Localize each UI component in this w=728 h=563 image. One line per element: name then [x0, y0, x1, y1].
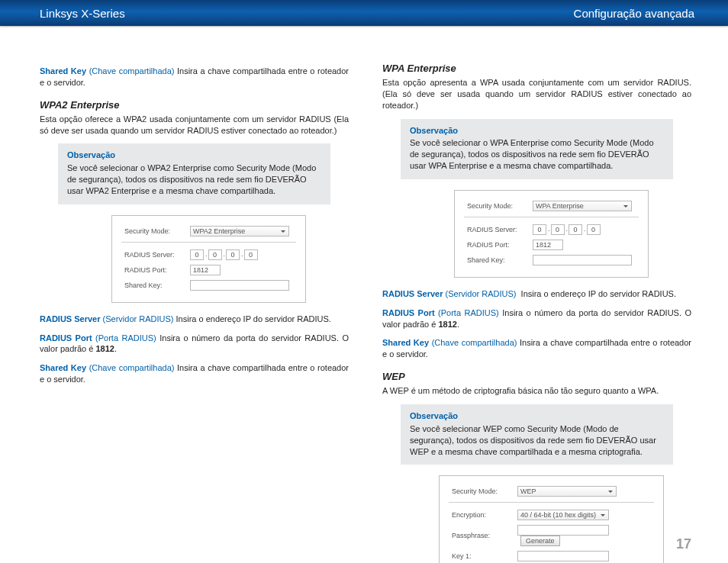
trans-radius-port: (Porta RADIUS) [438, 308, 499, 317]
page-number: 17 [676, 536, 691, 552]
note-title: Observação [410, 410, 664, 422]
left-column: Shared Key (Chave compartilhada) Insira … [40, 63, 349, 563]
note-wpa2e-text: Se você selecionar o WPA2 Enterprise com… [67, 163, 316, 195]
input-shared-key[interactable] [190, 280, 289, 291]
trans-radius-server: (Servidor RADIUS) [103, 314, 174, 323]
term-radius-port: RADIUS Port [382, 308, 435, 317]
select-encryption[interactable]: 40 / 64-bit (10 hex digits) [517, 510, 609, 520]
ip-octet-4[interactable]: 0 [244, 249, 258, 260]
term-shared-key: Shared Key [40, 66, 86, 76]
ip-octet-4[interactable]: 0 [587, 224, 601, 235]
shot-label-radiusserver: RADIUS Server: [121, 247, 187, 262]
ip-octet-3[interactable]: 0 [569, 224, 582, 235]
note-title: Observação [410, 125, 664, 137]
select-security-mode[interactable]: WEP [517, 486, 617, 497]
ip-octet-1[interactable]: 0 [533, 224, 546, 235]
page-header: Linksys X-Series Configuração avançada [0, 0, 728, 26]
screenshot-wpae: Security Mode: WPA Enterprise RADIUS Ser… [454, 190, 649, 278]
shot-label-passphrase: Passphrase: [449, 523, 514, 549]
text-shared-key: Insira a chave compartilhada entre o rot… [40, 363, 349, 384]
note-title: Observação [67, 150, 321, 161]
select-security-mode[interactable]: WPA2 Enterprise [190, 226, 289, 236]
heading-wep: WEP [382, 371, 691, 382]
header-left: Linksys X-Series [40, 7, 125, 20]
trans-shared-key: (Chave compartilhada) [432, 338, 517, 347]
shot-label-sharedkey: Shared Key: [464, 253, 530, 268]
term-radius-server: RADIUS Server [40, 314, 100, 323]
note-wpa2e: Observação Se você selecionar o WPA2 Ent… [58, 143, 330, 204]
ip-octet-2[interactable]: 0 [551, 224, 565, 235]
shot-label-radiusport: RADIUS Port: [464, 237, 530, 253]
text-radius-port-bold: 1812 [95, 344, 114, 353]
note-wep-text: Se você selecionar WEP como Security Mod… [410, 424, 656, 456]
note-wpae-text: Se você selecionar o WPA Enterprise como… [410, 138, 654, 170]
para-shared-key-r: Shared Key (Chave compartilhada) Insira … [382, 337, 691, 360]
term-shared-key: Shared Key [40, 363, 86, 372]
note-wep: Observação Se você selecionar WEP como S… [401, 404, 673, 465]
input-radius-port[interactable]: 1812 [190, 265, 221, 275]
text-radius-port-r-b: . [457, 320, 459, 329]
shot-label-secmode: Security Mode: [121, 224, 187, 239]
term-shared-key: Shared Key [382, 338, 429, 347]
page-body: Shared Key (Chave compartilhada) Insira … [0, 26, 728, 563]
text-radius-server: Insira o endereço IP do servidor RADIUS. [176, 314, 331, 323]
ip-octet-2[interactable]: 0 [208, 249, 222, 260]
para-radius-port-r: RADIUS Port (Porta RADIUS) Insira o núme… [382, 307, 691, 330]
shot-label-secmode: Security Mode: [449, 484, 514, 499]
text-radius-port-b: . [114, 344, 117, 353]
term-radius-port: RADIUS Port [40, 333, 92, 343]
generate-button[interactable]: Generate [520, 536, 560, 546]
heading-wpa2-enterprise: WPA2 Enterprise [40, 99, 349, 111]
text-shared-key-r: Insira a chave compartilhada entre o rot… [382, 338, 691, 359]
select-security-mode[interactable]: WPA Enterprise [533, 201, 632, 211]
trans-shared-key: (Chave compartilhada) [89, 66, 175, 76]
text-radius-port-r-bold: 1812 [438, 320, 456, 329]
shot-label-radiusserver: RADIUS Server: [464, 222, 530, 237]
ip-octet-3[interactable]: 0 [226, 249, 240, 260]
para-shared-intro: Shared Key (Chave compartilhada) Insira … [40, 66, 349, 88]
para-wep-desc: A WEP é um método de criptografia básica… [382, 385, 691, 397]
right-column: WPA Enterprise Esta opção apresenta a WP… [382, 63, 691, 563]
input-shared-key[interactable] [533, 255, 632, 265]
shot-label-encryption: Encryption: [449, 507, 514, 523]
input-passphrase[interactable] [517, 525, 609, 536]
para-wpae-desc: Esta opção apresenta a WPA usada conjunt… [382, 77, 691, 111]
ip-octet-1[interactable]: 0 [190, 249, 204, 260]
shot-label-key1: Key 1: [449, 549, 514, 563]
para-radius-server-r: RADIUS Server (Servidor RADIUS) Insira o… [382, 288, 691, 300]
para-shared-key: Shared Key (Chave compartilhada) Insira … [40, 362, 349, 385]
note-wpae: Observação Se você selecionar o WPA Ente… [401, 119, 673, 179]
ip-input-group: 0.0.0.0 [187, 247, 296, 262]
input-key1[interactable] [517, 551, 609, 561]
heading-wpa-enterprise: WPA Enterprise [382, 63, 691, 74]
shot-label-sharedkey: Shared Key: [121, 278, 187, 293]
trans-radius-server: (Servidor RADIUS) [446, 289, 517, 298]
shot-label-radiusport: RADIUS Port: [121, 262, 187, 278]
para-radius-port: RADIUS Port (Porta RADIUS) Insira o núme… [40, 333, 349, 355]
trans-radius-port: (Porta RADIUS) [95, 333, 156, 343]
header-right: Configuração avançada [574, 7, 694, 20]
shot-label-secmode: Security Mode: [464, 198, 530, 214]
screenshot-wpa2e: Security Mode: WPA2 Enterprise RADIUS Se… [111, 215, 306, 303]
trans-shared-key: (Chave compartilhada) [89, 363, 175, 372]
para-radius-server: RADIUS Server (Servidor RADIUS) Insira o… [40, 314, 349, 325]
screenshot-wep: Security Mode: WEP Encryption: 40 / 64-b… [439, 475, 664, 563]
text-shared-intro: Insira a chave compartilhada entre o rot… [40, 66, 349, 87]
term-radius-server: RADIUS Server [382, 289, 443, 298]
para-wpa2e-desc: Esta opção oferece a WPA2 usada conjunta… [40, 114, 349, 137]
input-radius-port[interactable]: 1812 [533, 240, 563, 250]
text-radius-server-r: Insira o endereço IP do servidor RADIUS. [521, 289, 676, 298]
